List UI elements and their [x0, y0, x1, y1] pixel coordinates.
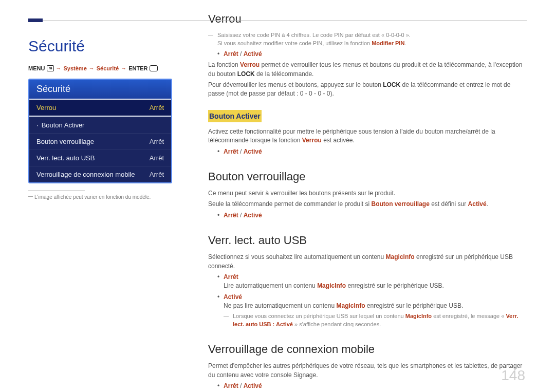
- menu-row-label: Bouton Activer: [42, 121, 85, 129]
- menu-row-value: Arrêt: [150, 154, 164, 162]
- paragraph: La fonction Verrou permet de verrouiller…: [208, 61, 527, 79]
- menu-row-verrou[interactable]: Verrou Arrêt: [29, 99, 171, 117]
- left-column: Sécurité MENU m → Système → Sécurité → E…: [28, 38, 172, 392]
- option-item: Arrêt / Activé: [217, 147, 527, 156]
- options-mobile: Arrêt / Activé: [208, 382, 527, 390]
- breadcrumb-p1: Système: [64, 65, 87, 71]
- option-item: Arrêt / Activé: [217, 50, 527, 59]
- heading-verr-lect-auto-usb: Verr. lect. auto USB: [208, 232, 527, 249]
- options-bouton-activer: Arrêt / Activé: [208, 147, 527, 156]
- note-pin: Saisissez votre code PIN à 4 chiffres. L…: [208, 31, 527, 48]
- chevron-right-icon: →: [89, 65, 95, 71]
- menu-row-verr-lect-auto-usb[interactable]: Verr. lect. auto USB Arrêt: [29, 150, 171, 166]
- options-usb: Arrêt Lire automatiquement un contenu Ma…: [208, 273, 527, 329]
- paragraph: Ce menu peut servir à verrouiller les bo…: [208, 189, 527, 198]
- breadcrumb-enter: ENTER: [128, 65, 147, 71]
- menu-row-value: Arrêt: [150, 171, 164, 178]
- menu-panel-title: Sécurité: [29, 80, 171, 99]
- breadcrumb: MENU m → Système → Sécurité → ENTER: [28, 65, 172, 71]
- two-column-layout: Sécurité MENU m → Système → Sécurité → E…: [28, 38, 527, 392]
- menu-icon: m: [47, 65, 53, 71]
- chevron-right-icon: →: [56, 65, 62, 71]
- section-title: Sécurité: [28, 38, 172, 55]
- enter-icon: [150, 65, 158, 71]
- right-column: Verrou Saisissez votre code PIN à 4 chif…: [208, 38, 527, 392]
- sublabel-bouton-activer: Bouton Activer: [208, 110, 262, 122]
- option-item: Arrêt / Activé: [217, 382, 527, 390]
- paragraph: Seule la télécommande permet de commande…: [208, 200, 527, 209]
- breadcrumb-menu: MENU: [28, 65, 45, 71]
- menu-row-verrouillage-connexion-mobile[interactable]: Verrouillage de connexion mobile Arrêt: [29, 166, 171, 182]
- menu-row-value: Arrêt: [150, 104, 164, 111]
- heading-verrou: Verrou: [208, 11, 527, 27]
- menu-row-bouton-activer[interactable]: ·Bouton Activer: [29, 117, 171, 133]
- menu-row-bouton-verrouillage[interactable]: Bouton verrouillage Arrêt: [29, 133, 171, 150]
- paragraph: Activez cette fonctionnalité pour mettre…: [208, 127, 527, 145]
- menu-row-label: Verrouillage de connexion mobile: [36, 171, 135, 178]
- paragraph: Pour déverrouiller les menus et boutons,…: [208, 81, 527, 99]
- menu-row-label: Bouton verrouillage: [36, 138, 94, 145]
- page: Sécurité MENU m → Système → Sécurité → E…: [0, 0, 555, 392]
- chevron-right-icon: →: [121, 65, 126, 71]
- paragraph: Sélectionnez si vous souhaitez lire auto…: [208, 253, 527, 271]
- bullet-icon: ·: [36, 121, 39, 129]
- page-number: 148: [501, 367, 525, 384]
- options-bouton-verrouillage: Arrêt / Activé: [208, 211, 527, 220]
- note-usb: Lorsque vous connectez un périphérique U…: [224, 312, 527, 329]
- heading-bouton-verrouillage: Bouton verrouillage: [208, 169, 527, 185]
- options-verrou: Arrêt / Activé: [208, 50, 527, 59]
- footnote: L'image affichée peut varier en fonction…: [28, 194, 172, 200]
- option-item: Arrêt / Activé: [217, 211, 527, 220]
- menu-row-value: Arrêt: [150, 138, 164, 145]
- option-active: Activé Ne pas lire automatiquement un co…: [217, 293, 527, 329]
- menu-row-label: Verrou: [36, 104, 56, 111]
- top-rule: [28, 21, 527, 21]
- breadcrumb-p2: Sécurité: [97, 65, 119, 71]
- top-accent: [28, 18, 43, 22]
- option-arret: Arrêt Lire automatiquement un contenu Ma…: [217, 273, 527, 291]
- menu-row-label: Verr. lect. auto USB: [36, 154, 95, 162]
- paragraph: Permet d'empêcher les autres périphériqu…: [208, 362, 527, 380]
- footnote-rule: [28, 191, 85, 191]
- heading-verrouillage-connexion-mobile: Verrouillage de connexion mobile: [208, 341, 527, 358]
- menu-panel: Sécurité Verrou Arrêt ·Bouton Activer Bo…: [28, 79, 172, 183]
